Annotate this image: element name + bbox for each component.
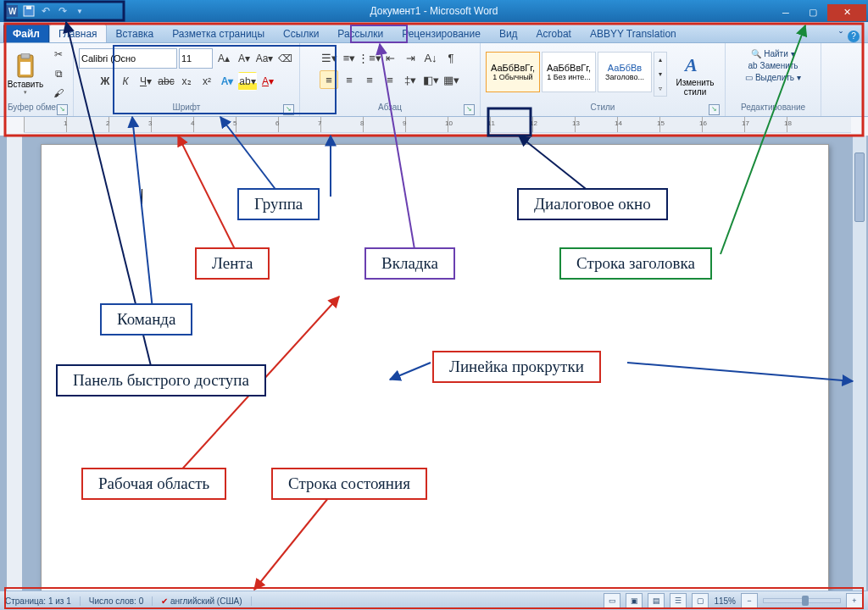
style-heading1[interactable]: АаБбВвЗаголово...	[598, 52, 652, 92]
find-button[interactable]: 🔍Найти ▾	[749, 48, 797, 59]
zoom-out-button[interactable]: −	[741, 593, 758, 608]
status-word-count[interactable]: Число слов: 0	[89, 596, 153, 606]
close-button[interactable]: ✕	[827, 4, 866, 21]
tab-file[interactable]: Файл	[3, 24, 49, 42]
view-full-screen[interactable]: ▣	[626, 593, 643, 608]
decrease-indent-button[interactable]: ⇤	[381, 48, 399, 67]
select-button[interactable]: ▭Выделить ▾	[743, 72, 803, 83]
group-styles: АаБбВвГг,1 Обычный АаБбВвГг,1 Без инте..…	[481, 43, 726, 116]
view-draft[interactable]: ▢	[692, 593, 709, 608]
change-case-button[interactable]: Aa▾	[255, 49, 274, 68]
tab-acrobat[interactable]: Acrobat	[527, 24, 581, 42]
line-spacing-button[interactable]: ‡▾	[401, 70, 420, 89]
ribbon: Вставить ▾ ✂ ⧉ 🖌 Буфер обмена↘ A▴ A▾ Aa▾…	[0, 43, 868, 117]
status-page[interactable]: Страница: 1 из 1	[5, 596, 81, 606]
replace-button[interactable]: abЗаменить	[746, 60, 799, 71]
group-label-styles: Стили	[591, 103, 615, 112]
tab-review[interactable]: Рецензирование	[392, 24, 490, 42]
minimize-button[interactable]: ─	[773, 4, 798, 21]
tab-references[interactable]: Ссылки	[274, 24, 328, 42]
vertical-scrollbar[interactable]	[853, 136, 866, 591]
group-clipboard: Вставить ▾ ✂ ⧉ 🖌 Буфер обмена↘	[0, 43, 74, 116]
svg-rect-6	[20, 62, 31, 75]
style-no-spacing[interactable]: АаБбВвГг,1 Без инте...	[542, 52, 596, 92]
show-marks-button[interactable]: ¶	[442, 48, 460, 67]
tab-page-layout[interactable]: Разметка страницы	[163, 24, 274, 42]
minimize-ribbon-icon[interactable]: ˇ	[839, 30, 843, 42]
underline-button[interactable]: Ч▾	[136, 72, 155, 91]
find-icon: 🔍	[751, 49, 761, 58]
font-color-button[interactable]: A▾	[259, 72, 277, 91]
horizontal-ruler[interactable]: 123456789101112131415161718	[24, 117, 851, 133]
borders-button[interactable]: ▦▾	[442, 70, 460, 89]
scrollbar-thumb[interactable]	[854, 152, 865, 222]
paragraph-dialog-launcher[interactable]: ↘	[464, 104, 475, 115]
tab-home[interactable]: Главная	[49, 24, 107, 42]
redo-icon[interactable]: ↷	[56, 4, 70, 18]
superscript-button[interactable]: x²	[198, 72, 216, 91]
status-language[interactable]: ✔ английский (США)	[161, 596, 251, 606]
view-web-layout[interactable]: ▤	[648, 593, 665, 608]
bold-button[interactable]: Ж	[96, 72, 114, 91]
undo-icon[interactable]: ↶	[39, 4, 53, 18]
bullets-button[interactable]: ☰▾	[320, 48, 338, 67]
qat-dropdown-icon[interactable]: ▼	[73, 4, 86, 18]
numbering-button[interactable]: ≡▾	[340, 48, 359, 67]
clipboard-dialog-launcher[interactable]: ↘	[57, 104, 68, 115]
help-icon[interactable]: ?	[848, 30, 860, 42]
cut-button[interactable]: ✂	[49, 45, 68, 64]
view-outline[interactable]: ☰	[670, 593, 687, 608]
shading-button[interactable]: ◧▾	[421, 70, 440, 89]
format-painter-button[interactable]: 🖌	[49, 84, 68, 103]
font-size-selector[interactable]	[179, 48, 213, 69]
tab-mailings[interactable]: Рассылки	[328, 24, 392, 42]
styles-gallery[interactable]: АаБбВвГг,1 Обычный АаБбВвГг,1 Без инте..…	[486, 52, 667, 97]
ribbon-tabs: Файл Главная Вставка Разметка страницы С…	[0, 22, 868, 43]
window-title: Документ1 - Microsoft Word	[370, 5, 498, 17]
font-dialog-launcher[interactable]: ↘	[283, 104, 294, 115]
font-name-selector[interactable]	[79, 48, 177, 69]
sort-button[interactable]: A↓	[421, 48, 440, 67]
copy-button[interactable]: ⧉	[49, 64, 68, 83]
maximize-button[interactable]: ▢	[800, 4, 826, 21]
document-area	[0, 136, 868, 591]
styles-scroll-up[interactable]: ▴	[654, 53, 666, 67]
group-paragraph: ☰▾ ≡▾ ⋮≡▾ ⇤ ⇥ A↓ ¶ ≡ ≡ ≡ ≡ ‡▾ ◧▾ ▦▾ Абза…	[300, 43, 481, 116]
group-editing: 🔍Найти ▾ abЗаменить ▭Выделить ▾ Редактир…	[726, 43, 821, 116]
align-left-button[interactable]: ≡	[320, 70, 338, 89]
change-styles-label: Изменить стили	[671, 78, 719, 97]
highlight-button[interactable]: ab▾	[238, 72, 257, 91]
align-center-button[interactable]: ≡	[340, 70, 359, 89]
view-print-layout[interactable]: ▭	[604, 593, 620, 608]
spellcheck-icon: ✔	[161, 596, 168, 606]
shrink-font-button[interactable]: A▾	[235, 49, 253, 68]
zoom-in-button[interactable]: +	[846, 593, 863, 608]
group-font: A▴ A▾ Aa▾ ⌫ Ж К Ч▾ abc x₂ x² A▾ ab▾ A▾ Ш…	[74, 43, 300, 116]
style-normal[interactable]: АаБбВвГг,1 Обычный	[486, 52, 540, 92]
styles-more[interactable]: ▿	[654, 81, 666, 96]
italic-button[interactable]: К	[116, 72, 135, 91]
paste-button[interactable]: Вставить ▾	[5, 45, 46, 103]
zoom-slider[interactable]	[763, 598, 841, 603]
document-page[interactable]	[41, 144, 829, 591]
zoom-level[interactable]: 115%	[714, 596, 736, 606]
tab-insert[interactable]: Вставка	[107, 24, 164, 42]
save-icon[interactable]	[22, 4, 36, 18]
multilevel-button[interactable]: ⋮≡▾	[360, 48, 379, 67]
strikethrough-button[interactable]: abc	[157, 72, 175, 91]
justify-button[interactable]: ≡	[381, 70, 399, 89]
subscript-button[interactable]: x₂	[177, 72, 196, 91]
styles-dialog-launcher[interactable]: ↘	[709, 104, 720, 115]
vertical-ruler[interactable]	[7, 136, 22, 591]
change-styles-button[interactable]: A Изменить стили	[670, 45, 720, 103]
increase-indent-button[interactable]: ⇥	[401, 48, 420, 67]
text-effects-button[interactable]: A▾	[218, 72, 236, 91]
clear-formatting-button[interactable]: ⌫	[275, 49, 294, 68]
tab-view[interactable]: Вид	[490, 24, 527, 42]
clipboard-icon	[12, 53, 39, 80]
change-styles-icon: A	[682, 51, 709, 78]
grow-font-button[interactable]: A▴	[214, 49, 233, 68]
align-right-button[interactable]: ≡	[360, 70, 379, 89]
tab-abbyy[interactable]: ABBYY Translation	[581, 24, 686, 42]
styles-scroll-down[interactable]: ▾	[654, 67, 666, 81]
